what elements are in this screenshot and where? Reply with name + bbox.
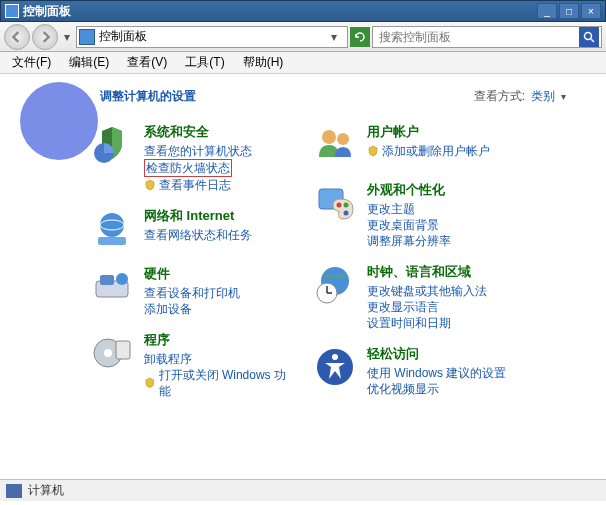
ease-of-access-icon: [313, 345, 357, 389]
statusbar: 计算机: [0, 479, 606, 501]
link-check-firewall[interactable]: 检查防火墙状态: [144, 159, 232, 177]
svg-rect-5: [98, 237, 126, 245]
status-text: 计算机: [28, 482, 64, 499]
forward-button[interactable]: [32, 24, 58, 50]
menu-edit[interactable]: 编辑(E): [61, 52, 117, 73]
link-add-remove-users[interactable]: 添加或删除用户帐户: [367, 143, 586, 159]
link-windows-features[interactable]: 打开或关闭 Windows 功能: [144, 367, 293, 399]
programs-title[interactable]: 程序: [144, 331, 293, 349]
content-area: 调整计算机的设置 查看方式: 类别 ▾ 系统和安全: [0, 74, 606, 479]
link-event-log-text: 查看事件日志: [159, 177, 231, 193]
menubar: 文件(F) 编辑(E) 查看(V) 工具(T) 帮助(H): [0, 52, 606, 74]
svg-point-17: [344, 211, 349, 216]
computer-icon: [6, 484, 22, 498]
link-add-remove-users-text: 添加或删除用户帐户: [382, 143, 490, 159]
svg-point-13: [337, 133, 349, 145]
search-bar: [372, 26, 602, 48]
link-change-display-lang[interactable]: 更改显示语言: [367, 299, 586, 315]
window-title: 控制面板: [23, 3, 71, 20]
toolbar: ▾ 控制面板 ▾: [0, 22, 606, 52]
address-bar[interactable]: 控制面板 ▾: [76, 26, 348, 48]
link-change-keyboard[interactable]: 更改键盘或其他输入法: [367, 283, 586, 299]
shield-icon: [144, 179, 156, 191]
link-uninstall[interactable]: 卸载程序: [144, 351, 293, 367]
user-accounts-icon: [313, 123, 357, 167]
svg-line-1: [591, 39, 594, 42]
link-change-background[interactable]: 更改桌面背景: [367, 217, 586, 233]
link-event-log[interactable]: 查看事件日志: [144, 177, 293, 193]
hardware-title[interactable]: 硬件: [144, 265, 293, 283]
menu-tools[interactable]: 工具(T): [177, 52, 232, 73]
menu-help[interactable]: 帮助(H): [235, 52, 292, 73]
category-network: 网络和 Internet 查看网络状态和任务: [20, 207, 293, 251]
link-optimize-video[interactable]: 优化视频显示: [367, 381, 586, 397]
svg-point-0: [585, 32, 592, 39]
shield-icon: [367, 145, 379, 157]
link-screen-resolution[interactable]: 调整屏幕分辨率: [367, 233, 586, 249]
decorative-circle: [20, 82, 98, 160]
system-security-title[interactable]: 系统和安全: [144, 123, 293, 141]
control-panel-icon: [79, 29, 95, 45]
maximize-button[interactable]: □: [559, 3, 579, 19]
shield-icon: [144, 377, 156, 389]
close-button[interactable]: ×: [581, 3, 601, 19]
svg-point-23: [332, 354, 338, 360]
link-change-theme[interactable]: 更改主题: [367, 201, 586, 217]
refresh-button[interactable]: [350, 27, 370, 47]
minimize-button[interactable]: _: [537, 3, 557, 19]
link-set-time-date[interactable]: 设置时间和日期: [367, 315, 586, 331]
category-programs: 程序 卸载程序 打开或关闭 Windows 功能: [20, 331, 293, 399]
search-button[interactable]: [579, 27, 599, 47]
category-ease-of-access: 轻松访问 使用 Windows 建议的设置 优化视频显示: [313, 345, 586, 397]
svg-point-12: [322, 130, 336, 144]
link-windows-features-text: 打开或关闭 Windows 功能: [159, 367, 293, 399]
view-mode-dropdown[interactable]: ▾: [561, 91, 566, 102]
link-network-status[interactable]: 查看网络状态和任务: [144, 227, 293, 243]
ease-of-access-title[interactable]: 轻松访问: [367, 345, 586, 363]
category-hardware: 硬件 查看设备和打印机 添加设备: [20, 265, 293, 317]
svg-point-10: [104, 349, 112, 357]
search-input[interactable]: [375, 30, 579, 44]
user-accounts-title[interactable]: 用户帐户: [367, 123, 586, 141]
address-text: 控制面板: [99, 28, 327, 45]
appearance-icon: [313, 181, 357, 225]
svg-point-15: [337, 203, 342, 208]
address-dropdown[interactable]: ▾: [331, 30, 345, 44]
category-user-accounts: 用户帐户 添加或删除用户帐户: [313, 123, 586, 167]
programs-icon: [90, 331, 134, 375]
titlebar: 控制面板 _ □ ×: [0, 0, 606, 22]
link-view-computer-status[interactable]: 查看您的计算机状态: [144, 143, 293, 159]
clock-region-title[interactable]: 时钟、语言和区域: [367, 263, 586, 281]
appearance-title[interactable]: 外观和个性化: [367, 181, 586, 199]
hardware-icon: [90, 265, 134, 309]
svg-rect-11: [116, 341, 130, 359]
window-icon: [5, 4, 19, 18]
link-windows-suggestions[interactable]: 使用 Windows 建议的设置: [367, 365, 586, 381]
clock-region-icon: [313, 263, 357, 307]
category-appearance: 外观和个性化 更改主题 更改桌面背景 调整屏幕分辨率: [313, 181, 586, 249]
svg-point-3: [100, 213, 124, 237]
svg-point-16: [344, 203, 349, 208]
nav-history-dropdown[interactable]: ▾: [60, 24, 74, 50]
menu-file[interactable]: 文件(F): [4, 52, 59, 73]
view-mode-label: 查看方式:: [474, 88, 525, 105]
view-mode-selector: 查看方式: 类别 ▾: [474, 88, 566, 105]
link-add-device[interactable]: 添加设备: [144, 301, 293, 317]
svg-point-8: [116, 273, 128, 285]
back-button[interactable]: [4, 24, 30, 50]
svg-rect-7: [100, 275, 114, 285]
page-title: 调整计算机的设置: [100, 88, 196, 105]
network-icon: [90, 207, 134, 251]
network-title[interactable]: 网络和 Internet: [144, 207, 293, 225]
category-clock-region: 时钟、语言和区域 更改键盘或其他输入法 更改显示语言 设置时间和日期: [313, 263, 586, 331]
view-mode-value[interactable]: 类别: [531, 88, 555, 105]
link-devices-printers[interactable]: 查看设备和打印机: [144, 285, 293, 301]
menu-view[interactable]: 查看(V): [119, 52, 175, 73]
